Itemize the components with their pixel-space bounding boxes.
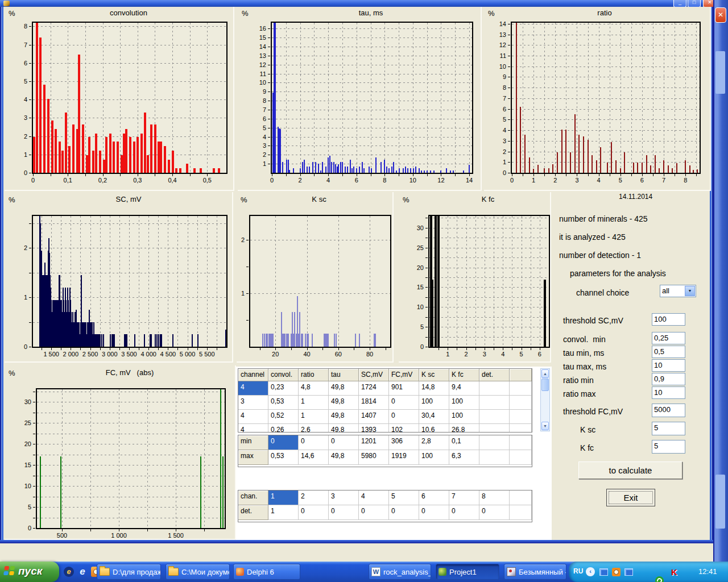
grid-cell[interactable]: 1	[299, 410, 329, 424]
clock-tray-icon[interactable]	[612, 568, 621, 576]
grid-cell[interactable]: 1	[268, 490, 299, 505]
antivirus-tray-icon[interactable]: K	[671, 568, 677, 576]
grid-cell[interactable]: 1201	[359, 435, 389, 450]
grid-cell[interactable]: 5980	[359, 450, 389, 465]
grid-cell[interactable]: 30,4	[419, 410, 449, 424]
grid-cell[interactable]	[510, 396, 532, 410]
grid-cell[interactable]: 0	[389, 410, 419, 424]
channel-table[interactable]: channelconvol.ratiotauSC,mVFC,mVK scK fc…	[238, 368, 532, 433]
grid-cell[interactable]: 901	[389, 381, 419, 396]
background-scrollbar-thumb[interactable]	[715, 51, 725, 94]
background-window-close-button[interactable]: ✕	[715, 7, 726, 23]
taskbar-button-rock-analysis-p-[interactable]: rock_analysis_p...	[369, 564, 431, 580]
grid-cell[interactable]: 102	[389, 424, 419, 433]
grid-cell[interactable]: 2	[299, 490, 329, 505]
channel-choice-select[interactable]: all ▼	[660, 285, 696, 297]
grid-cell[interactable]: 5	[389, 490, 419, 505]
chandet-table[interactable]: chan.12345678det.10000000	[238, 490, 532, 522]
grid-cell[interactable]: 2,8	[419, 435, 449, 450]
taskbar-button-project1[interactable]: Project1	[436, 564, 499, 580]
convol-min-input[interactable]: 0,25	[652, 332, 685, 344]
background-scrollbar-thumb[interactable]	[715, 475, 725, 529]
grid-cell[interactable]: 49,8	[329, 450, 359, 465]
grid-cell[interactable]	[510, 450, 532, 465]
grid-cell[interactable]: 0	[299, 505, 329, 520]
ratio-max-input[interactable]: 10	[652, 386, 685, 399]
grid-cell[interactable]: 0	[359, 505, 389, 520]
grid-cell[interactable]: 6	[419, 490, 449, 505]
grid-cell[interactable]: 4	[238, 410, 268, 424]
scrollbar-thumb[interactable]	[541, 379, 549, 391]
grid-cell[interactable]	[479, 450, 510, 465]
grid-cell[interactable]: 100	[419, 450, 449, 465]
grid-cell[interactable]: 0	[329, 505, 359, 520]
grid-cell[interactable]: 7	[449, 490, 479, 505]
grid-cell[interactable]	[479, 410, 510, 424]
chevron-down-icon[interactable]: ▼	[685, 286, 695, 296]
taskbar-button-d-[interactable]: D:\для продаж...	[97, 564, 161, 580]
network-tray-icon[interactable]	[624, 568, 633, 576]
grid-cell[interactable]: 0,52	[268, 410, 299, 424]
grid-cell[interactable]: 1919	[389, 450, 419, 465]
internet-explorer-icon[interactable]: e	[77, 567, 88, 577]
grid-cell[interactable]: 49,8	[329, 381, 359, 396]
grid-cell[interactable]: 0,53	[268, 450, 299, 465]
grid-cell[interactable]: 14,6	[299, 450, 329, 465]
grid-cell[interactable]: 306	[389, 435, 419, 450]
grid-cell[interactable]: 4	[359, 490, 389, 505]
grid-cell[interactable]: 49,8	[329, 410, 359, 424]
tau-max-input[interactable]: 10	[652, 359, 685, 372]
grid-cell[interactable]	[479, 424, 510, 433]
threshold-fc-input[interactable]: 5000	[652, 404, 685, 417]
exit-button[interactable]: Exit	[606, 489, 655, 506]
grid-cell[interactable]: 0	[449, 505, 479, 520]
grid-cell[interactable]	[479, 435, 510, 450]
grid-cell[interactable]: 0,1	[449, 435, 479, 450]
sync-tray-icon[interactable]	[655, 576, 664, 582]
grid-cell[interactable]: 1	[299, 396, 329, 410]
grid-cell[interactable]: 0,53	[268, 396, 299, 410]
grid-cell[interactable]: 1393	[359, 424, 389, 433]
grid-cell[interactable]: 1814	[359, 396, 389, 410]
grid-cell[interactable]	[479, 381, 510, 396]
grid-cell[interactable]: 2,6	[299, 424, 329, 433]
grid-cell[interactable]: 4,8	[299, 381, 329, 396]
grid-cell[interactable]: 4	[238, 424, 268, 433]
grid-cell[interactable]: 100	[449, 396, 479, 410]
language-indicator[interactable]: RU	[573, 567, 583, 575]
tau-min-input[interactable]: 0,5	[652, 346, 685, 358]
grid-cell[interactable]	[510, 424, 532, 433]
grid-cell[interactable]: 0	[389, 396, 419, 410]
grid-cell[interactable]: 1	[268, 505, 299, 520]
grid-cell[interactable]: 0,23	[268, 381, 299, 396]
grid-cell[interactable]	[479, 396, 510, 410]
grid-cell[interactable]: 100	[449, 410, 479, 424]
grid-cell[interactable]: 8	[479, 490, 510, 505]
k-sc-input[interactable]: 5	[652, 422, 685, 435]
grid-cell[interactable]	[510, 505, 532, 520]
grid-cell[interactable]	[510, 490, 532, 505]
grid-cell[interactable]: 0	[389, 505, 419, 520]
grid-cell[interactable]: 4	[238, 381, 268, 396]
grid-cell[interactable]: 3	[329, 490, 359, 505]
k-fc-input[interactable]: 5	[652, 440, 685, 454]
grid-cell[interactable]	[510, 381, 532, 396]
grid-cell[interactable]: 0	[268, 435, 299, 450]
grid-cell[interactable]: 100	[419, 396, 449, 410]
grid-cell[interactable]: 49,8	[329, 424, 359, 433]
title-bar[interactable]: _ □ ✕	[0, 0, 728, 7]
grid-cell[interactable]: 26,8	[449, 424, 479, 433]
calculate-button[interactable]: to calculate	[578, 462, 682, 479]
grid-cell[interactable]: 49,8	[329, 396, 359, 410]
grid-cell[interactable]: 6,3	[449, 450, 479, 465]
grid-cell[interactable]: 0,26	[268, 424, 299, 433]
network-tray-icon[interactable]	[599, 568, 608, 576]
ratio-min-input[interactable]: 0,9	[652, 373, 685, 385]
grid-cell[interactable]: 3	[238, 396, 268, 410]
minmax-table[interactable]: min00012013062,80,1max0,5314,649,8598019…	[238, 435, 532, 467]
quick-launch-browser-icon[interactable]: e	[64, 567, 74, 577]
grid-cell[interactable]: 0	[329, 435, 359, 450]
grid-cell[interactable]: 0	[419, 505, 449, 520]
threshold-sc-input[interactable]: 100	[652, 313, 685, 326]
scroll-up-icon[interactable]: ▲	[541, 369, 549, 378]
